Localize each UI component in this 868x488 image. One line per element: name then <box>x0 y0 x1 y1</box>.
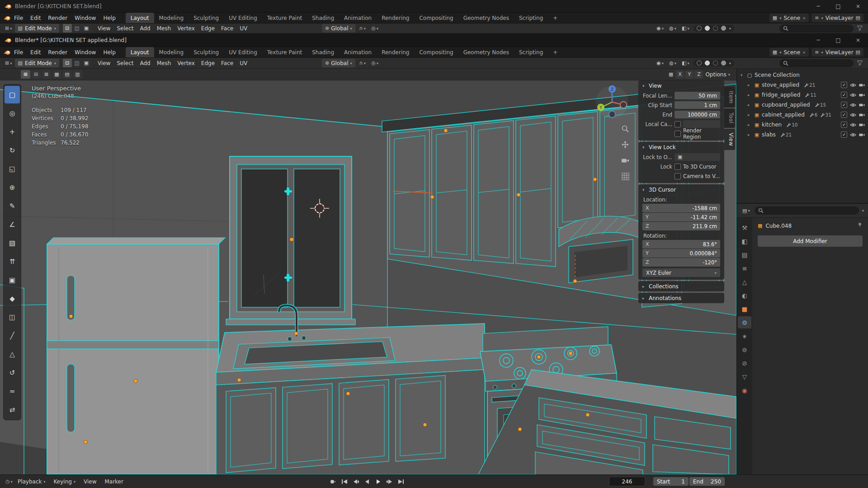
workspace-tab[interactable]: Rendering <box>377 47 414 57</box>
properties-search-field[interactable] <box>755 206 859 215</box>
camera-icon[interactable] <box>859 133 865 137</box>
properties-tab-modifiers[interactable]: ⚙ <box>738 316 751 328</box>
eye-icon[interactable] <box>850 93 856 97</box>
eye-icon[interactable] <box>850 123 856 127</box>
selectable-checkbox[interactable] <box>841 82 847 88</box>
cursor-location-field[interactable]: Z211.9 cm <box>642 222 720 230</box>
panel-view-lock-header[interactable]: ▾ View Lock <box>638 142 724 152</box>
vertex-select-button[interactable]: ⊡ <box>63 59 72 67</box>
outliner-item-stove_applied[interactable]: ▸ ▣ stove_applied 21 <box>737 80 868 90</box>
eye-icon[interactable] <box>850 133 856 137</box>
filter-icon[interactable] <box>857 61 863 66</box>
render-region-checkbox[interactable] <box>675 131 681 137</box>
properties-tab-tool[interactable]: ⚒ <box>738 221 751 234</box>
visibility-dropdown[interactable]: ◉▾ <box>655 60 665 66</box>
menu-item[interactable]: Help <box>99 47 119 57</box>
properties-tab-object[interactable]: ■ <box>738 303 751 315</box>
workspace-tab[interactable]: Shading <box>307 47 339 57</box>
orientation-dropdown[interactable]: ⊕ Global ▾ <box>322 59 355 67</box>
mirror-axis-button[interactable]: Y <box>685 70 693 79</box>
play-reverse-button[interactable] <box>362 477 372 486</box>
viewport-toggle-button-viewport-toggle-5[interactable]: ▤ <box>62 70 72 79</box>
menu-item[interactable]: Window <box>71 47 99 57</box>
tool-button-measure[interactable]: ∠ <box>5 216 20 233</box>
new-layer-icon[interactable]: ▤ <box>856 15 860 21</box>
viewlayer-selector[interactable]: ≡ ▾ ViewLayer ▤ <box>811 14 863 22</box>
workspace-tab[interactable]: Geometry Nodes <box>458 47 514 57</box>
workspace-tab[interactable]: Modeling <box>154 13 189 23</box>
scene-selector[interactable]: ▦ ▾ Scene × <box>769 14 809 22</box>
sidebar-tab[interactable]: Item <box>724 87 735 108</box>
eye-icon[interactable] <box>850 103 856 107</box>
proportional-edit-toggle[interactable]: ◎▾ <box>370 60 380 66</box>
panel-3d-cursor-header[interactable]: ▾ 3D Cursor <box>638 184 724 195</box>
workspace-tab[interactable]: Texture Paint <box>262 47 307 57</box>
editor-type-button[interactable]: ⊞▾ <box>4 60 14 66</box>
panel-annotations-header[interactable]: ▸ Annotations <box>638 293 724 303</box>
maximize-button[interactable]: □ <box>828 33 848 47</box>
prev-keyframe-button[interactable] <box>351 477 361 486</box>
tool-button-smooth[interactable]: ≈ <box>5 382 20 400</box>
eye-icon[interactable] <box>850 113 856 117</box>
jump-end-button[interactable] <box>396 477 406 486</box>
range-hood[interactable] <box>559 216 641 283</box>
viewport-toggle-button-viewport-toggle-1[interactable]: ⊞ <box>21 70 30 79</box>
mode-dropdown[interactable]: ▧ Edit Mode ▾ <box>15 59 59 67</box>
jump-start-button[interactable] <box>340 477 349 486</box>
mode-dropdown[interactable]: ▧ Edit Mode ▾ <box>15 24 59 33</box>
minimize-button[interactable]: ─ <box>808 0 828 12</box>
workspace-tab[interactable]: Layout <box>126 13 154 23</box>
properties-tab-view-layer[interactable]: ≡ <box>738 262 751 274</box>
tool-button-rotate[interactable]: ↻ <box>5 141 20 159</box>
visibility-dropdown[interactable]: ◉▾ <box>655 25 665 31</box>
workspace-tab[interactable]: UV Editing <box>224 13 262 23</box>
workspace-tab[interactable]: Modeling <box>154 47 189 57</box>
properties-tab-material[interactable]: ◉ <box>738 384 751 396</box>
properties-tab-output[interactable]: ▤ <box>738 249 751 261</box>
menu-item[interactable]: Window <box>71 13 99 23</box>
properties-tab-data[interactable]: ▽ <box>738 371 751 383</box>
camera-icon[interactable] <box>859 103 865 107</box>
value-field[interactable]: 50 mm <box>675 92 720 99</box>
edge-select-button[interactable]: ◫ <box>72 24 81 33</box>
outliner-item-slabs[interactable]: ▸ ▣ slabs 21 <box>737 130 868 140</box>
viewport-menu-item[interactable]: Add <box>137 60 153 66</box>
workspace-tab[interactable]: Sculpting <box>189 47 224 57</box>
camera-icon[interactable] <box>859 83 865 87</box>
panel-collections-header[interactable]: ▸ Collections <box>638 281 724 291</box>
chevron-right-icon[interactable]: ▸ <box>748 132 752 137</box>
viewport-toggle-button-viewport-toggle-2[interactable]: ⊟ <box>31 70 41 79</box>
menu-item[interactable]: Render <box>44 13 71 23</box>
mirror-axis-button[interactable]: Z <box>694 70 703 79</box>
outliner-item-cabinet_applied[interactable]: ▸ ▣ cabinet_applied 6 31 <box>737 110 868 120</box>
tool-button-inset-faces[interactable]: ▣ <box>5 271 20 289</box>
outliner-item-kitchen[interactable]: ▸ ▣ kitchen 10 <box>737 120 868 130</box>
tool-button-select-box[interactable]: ▢ <box>5 86 20 103</box>
fridge[interactable] <box>47 238 225 474</box>
value-field[interactable]: 1 cm <box>675 101 720 109</box>
properties-tab-render[interactable]: ◧ <box>738 235 751 247</box>
editor-type-button[interactable]: ◷▾ <box>4 479 14 484</box>
cursor-rotation-field[interactable]: Z-120° <box>642 258 720 267</box>
editor-type-button[interactable]: ⊞▾ <box>4 25 14 31</box>
viewport-toggle-button-viewport-toggle-6[interactable]: ▥ <box>73 70 82 79</box>
chevron-right-icon[interactable]: ▸ <box>748 113 752 117</box>
viewport-menu-item[interactable]: View <box>94 25 113 32</box>
playback-sync-button[interactable] <box>328 477 338 486</box>
eye-icon[interactable] <box>850 83 856 87</box>
camera-to-view-checkbox[interactable] <box>675 173 681 179</box>
workspace-tab[interactable]: Layout <box>126 47 154 57</box>
viewport-menu-item[interactable]: Vertex <box>174 25 198 32</box>
editor-type-button[interactable]: ▤▾ <box>741 208 751 214</box>
tool-button-edge-slide[interactable]: ⇄ <box>5 401 20 418</box>
chevron-right-icon[interactable]: ▸ <box>748 83 752 87</box>
viewlayer-selector[interactable]: ≡ ▾ ViewLayer ▤ <box>811 48 863 56</box>
workspace-tab[interactable]: Geometry Nodes <box>458 13 514 23</box>
properties-tab-scene[interactable]: △ <box>738 276 751 288</box>
scene-selector[interactable]: ▦ ▾ Scene × <box>769 48 809 56</box>
navigation-gizmo[interactable]: Z Y <box>593 83 631 121</box>
workspace-tab[interactable]: Scripting <box>514 13 548 23</box>
mirror-icon[interactable]: ▦ <box>669 71 673 77</box>
workspace-tab[interactable]: Animation <box>339 13 377 23</box>
outliner-search-field[interactable] <box>779 24 854 33</box>
